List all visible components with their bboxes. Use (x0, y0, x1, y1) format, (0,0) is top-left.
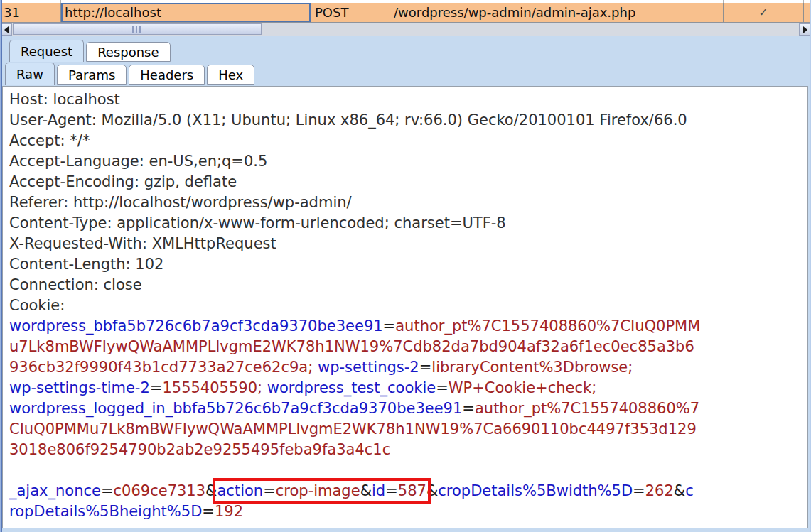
scrollbar-grip-icon (132, 26, 142, 33)
request-text-segment: wp-settings-time-2 (9, 379, 150, 396)
request-line: X-Requested-With: XMLHttpRequest (9, 234, 807, 254)
request-text-segment: & (426, 482, 438, 499)
request-text-segment: Content-Type: application/x-www-form-url… (9, 215, 506, 232)
row-status-check-icon[interactable]: ✓ (724, 3, 804, 22)
request-text-segment: wordpress_bbfa5b726c6b7a9cf3cda9370be3ee… (9, 317, 383, 335)
scroll-right-icon (803, 26, 807, 33)
tab-raw[interactable]: Raw (5, 63, 55, 85)
request-text-segment: u7Lk8mBWFIywQWaAMMPLlvgmE2WK78h1NW19%7Cd… (9, 338, 694, 355)
scrollbar-thumb[interactable] (13, 23, 262, 35)
request-text-segment: ropDetails%5Bheight%5D (9, 503, 202, 520)
request-text-segment: & (360, 482, 372, 499)
request-text-segment: Referer: http://localhost/wordpress/wp-a… (9, 194, 352, 211)
request-line: u7Lk8mBWFIywQWaAMMPLlvgmE2WK78h1NW19%7Cd… (9, 337, 807, 357)
row-number-cell[interactable]: 31 (0, 3, 61, 22)
request-line: 3018e806f9254790b2ab2e9255495feba9fa3a4c… (9, 440, 807, 460)
request-text-segment: X-Requested-With: XMLHttpRequest (9, 235, 276, 252)
request-text-segment: Accept: */* (9, 132, 90, 149)
request-text-segment: = (462, 400, 475, 417)
request-text-segment: & (205, 482, 217, 499)
request-text-segment: wp-settings-2 (318, 359, 419, 376)
request-text-segment: User-Agent: Mozilla/5.0 (X11; Ubuntu; Li… (9, 112, 687, 129)
request-text-segment: = (419, 359, 432, 376)
raw-request-textarea[interactable]: Host: localhostUser-Agent: Mozilla/5.0 (… (2, 86, 808, 528)
request-text-segment: Connection: close (9, 276, 142, 293)
request-line: _ajax_nonce=c069ce7313&action=crop-image… (9, 481, 807, 501)
request-text-segment: Host: localhost (9, 91, 120, 108)
tab-params[interactable]: Params (57, 65, 127, 85)
request-text-segment: c (685, 482, 694, 499)
request-text-segment: cropDetails%5Bwidth%5D (438, 482, 633, 499)
row-url-cell[interactable]: /wordpress/wp-admin/admin-ajax.php (390, 3, 724, 22)
request-text-segment: = (436, 379, 449, 396)
request-text-segment: 587 (398, 482, 426, 499)
request-text-segment: = (101, 482, 114, 499)
request-text-segment: Accept-Encoding: gzip, deflate (9, 173, 237, 190)
request-text-segment: 1555405590; (162, 379, 267, 396)
request-text-segment: Cookie: (9, 297, 65, 314)
request-line: CIuQ0PMMu7Lk8mBWFIywQWaAMMPLlvgmE2WK78h1… (9, 419, 807, 440)
request-text-segment: crop-image (276, 482, 360, 499)
request-line (9, 460, 807, 481)
sub-tab-bar: Raw Params Headers Hex (5, 63, 257, 85)
request-text-segment: 936cb32f9990f43b1cd7733a27ce62c9a; (9, 359, 318, 376)
request-text-segment: = (385, 482, 398, 499)
tab-hex[interactable]: Hex (207, 65, 254, 85)
window-frame-left (0, 0, 2, 532)
request-text-segment: WP+Cookie+check; (449, 379, 596, 396)
request-line: Connection: close (9, 275, 807, 295)
request-line: wordpress_logged_in_bbfa5b726c6b7a9cf3cd… (9, 398, 807, 419)
request-line: Content-Type: application/x-www-form-url… (9, 213, 807, 234)
request-text-segment: id (372, 482, 385, 499)
request-text-segment: _ajax_nonce (9, 482, 101, 499)
message-viewer-pane: Request Response Raw Params Headers Hex … (0, 36, 811, 532)
request-text-segment: = (383, 317, 396, 335)
request-line: Cookie: (9, 295, 807, 316)
tab-headers[interactable]: Headers (129, 65, 205, 85)
request-text-segment: c069ce7313 (114, 482, 206, 499)
request-text-segment: 192 (215, 503, 243, 520)
request-line: 936cb32f9990f43b1cd7733a27ce62c9a; wp-se… (9, 357, 807, 378)
request-text-segment: libraryContent%3Dbrowse; (431, 359, 633, 376)
request-line: Accept-Language: en-US,en;q=0.5 (9, 151, 807, 172)
request-line: Content-Length: 102 (9, 254, 807, 275)
request-text-segment: = (633, 482, 645, 499)
request-line: Host: localhost (9, 89, 807, 110)
request-line: ropDetails%5Bheight%5D=192 (9, 501, 807, 522)
history-table-row[interactable]: 31 http://localhost POST /wordpress/wp-a… (0, 3, 811, 22)
tab-request[interactable]: Request (9, 40, 84, 62)
request-text-segment: = (263, 482, 276, 499)
request-line: Accept: */* (9, 131, 807, 151)
request-text-segment: = (150, 379, 163, 396)
request-text-segment: CIuQ0PMMu7Lk8mBWFIywQWaAMMPLlvgmE2WK78h1… (9, 420, 697, 438)
request-line: Referer: http://localhost/wordpress/wp-a… (9, 192, 807, 213)
request-line: Accept-Encoding: gzip, deflate (9, 172, 807, 192)
request-line: wordpress_bbfa5b726c6b7a9cf3cda9370be3ee… (9, 316, 807, 337)
tab-response[interactable]: Response (86, 42, 170, 62)
request-text-segment: Accept-Language: en-US,en;q=0.5 (9, 153, 267, 170)
request-text-segment: author_pt%7C1557408860%7 (475, 400, 699, 417)
row-host-cell[interactable]: http://localhost (61, 3, 311, 22)
request-text-segment: Content-Length: 102 (9, 256, 163, 273)
request-text-segment: & (674, 482, 685, 499)
request-text-segment: author_pt%7C1557408860%7CIuQ0PMM (395, 317, 700, 335)
request-text-segment: 262 (645, 482, 674, 499)
main-tab-bar: Request Response (9, 40, 173, 62)
request-text-segment: = (202, 503, 215, 520)
row-method-cell[interactable]: POST (311, 3, 390, 22)
request-line: wp-settings-time-2=1555405590; wordpress… (9, 378, 807, 398)
scroll-left-icon (4, 26, 9, 33)
request-text-segment: action (217, 482, 263, 499)
request-text-segment: 3018e806f9254790b2ab2e9255495feba9fa3a4c… (9, 441, 390, 458)
horizontal-scrollbar[interactable] (0, 22, 811, 36)
annotation-highlight-box: action=crop-image&id=587 (217, 482, 426, 499)
request-text-segment: wordpress_logged_in_bbfa5b726c6b7a9cf3cd… (9, 400, 462, 417)
request-text-segment: wordpress_test_cookie (267, 379, 436, 396)
request-line: User-Agent: Mozilla/5.0 (X11; Ubuntu; Li… (9, 110, 807, 131)
